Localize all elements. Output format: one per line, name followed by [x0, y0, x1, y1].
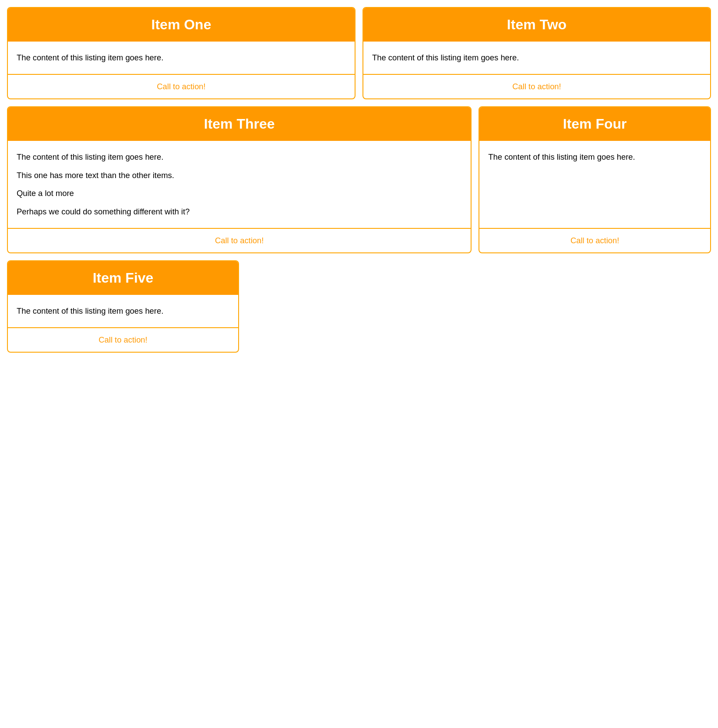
cta-button-item-two[interactable]: Call to action! — [512, 82, 561, 91]
card-footer-item-two: Call to action! — [363, 74, 710, 98]
card-title-item-four: Item Four — [563, 116, 627, 132]
card-title-item-three: Item Three — [204, 116, 275, 132]
card-header-item-one: Item One — [8, 8, 355, 42]
card-item-five: Item Five The content of this listing it… — [7, 260, 239, 353]
card-body-text-item-three-3: Quite a lot more — [17, 188, 462, 199]
card-body-item-one: The content of this listing item goes he… — [8, 42, 355, 74]
card-body-text-item-three-2: This one has more text than the other it… — [17, 170, 462, 181]
card-footer-item-four: Call to action! — [479, 228, 710, 252]
card-item-four: Item Four The content of this listing it… — [479, 106, 711, 253]
card-body-text-item-two: The content of this listing item goes he… — [372, 52, 701, 63]
card-body-text-item-three-4: Perhaps we could do something different … — [17, 206, 462, 217]
card-title-item-five: Item Five — [93, 270, 154, 286]
card-body-text-item-five: The content of this listing item goes he… — [17, 305, 229, 317]
card-header-item-two: Item Two — [363, 8, 710, 42]
card-body-text-item-four: The content of this listing item goes he… — [488, 151, 701, 163]
card-title-item-one: Item One — [151, 17, 211, 32]
card-body-text-item-three-1: The content of this listing item goes he… — [17, 151, 462, 163]
cta-button-item-one[interactable]: Call to action! — [157, 82, 205, 91]
card-body-item-three: The content of this listing item goes he… — [8, 141, 471, 228]
card-header-item-three: Item Three — [8, 107, 471, 141]
card-header-item-five: Item Five — [8, 261, 238, 295]
card-body-item-five: The content of this listing item goes he… — [8, 295, 238, 327]
card-body-text-item-one: The content of this listing item goes he… — [17, 52, 346, 63]
card-footer-item-three: Call to action! — [8, 228, 471, 252]
card-body-item-two: The content of this listing item goes he… — [363, 42, 710, 74]
card-footer-item-one: Call to action! — [8, 74, 355, 98]
card-footer-item-five: Call to action! — [8, 327, 238, 352]
cta-button-item-four[interactable]: Call to action! — [570, 236, 619, 245]
card-item-two: Item Two The content of this listing ite… — [363, 7, 711, 99]
card-body-item-four: The content of this listing item goes he… — [479, 141, 710, 228]
card-item-three: Item Three The content of this listing i… — [7, 106, 472, 253]
card-header-item-four: Item Four — [479, 107, 710, 141]
cta-button-item-three[interactable]: Call to action! — [215, 236, 264, 245]
cta-button-item-five[interactable]: Call to action! — [99, 335, 147, 345]
card-title-item-two: Item Two — [507, 17, 567, 32]
card-item-one: Item One The content of this listing ite… — [7, 7, 355, 99]
